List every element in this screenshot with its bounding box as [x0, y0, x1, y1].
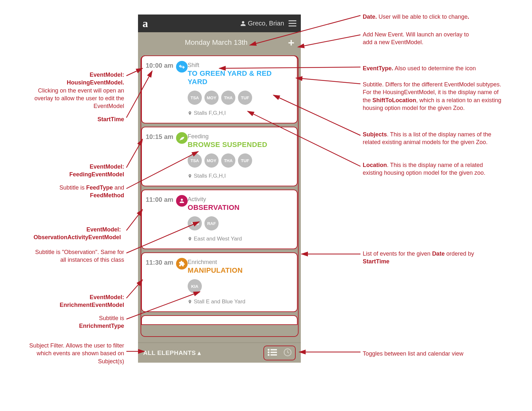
event-type-icon — [176, 132, 188, 144]
svg-point-4 — [268, 354, 270, 356]
event-card[interactable]: 11:00 am Activity OBSERVATION JABRAF Eas… — [141, 190, 298, 249]
event-list: 10:00 am Shift TO GREEN YARD & RED YARD … — [138, 53, 301, 342]
event-location: Stalls F,G,H,I — [188, 110, 292, 116]
event-card[interactable]: 11:30 am Enrichment MANIPULATION KIA Sta… — [141, 252, 298, 312]
event-location: Stalls F,G,H,I — [188, 173, 292, 179]
subject-chips: KIA — [188, 279, 292, 293]
user-icon — [240, 21, 246, 26]
subject-chip: THA — [221, 91, 235, 105]
anno-toggles: Toggles between list and calendar view — [363, 350, 463, 357]
anno-listevents: List of events for the given Date ordere… — [363, 250, 479, 266]
event-type-label: Enrichment — [188, 259, 292, 266]
svg-point-2 — [268, 351, 270, 353]
anno-subtitle: Subtitle. Differs for the different Even… — [363, 81, 505, 112]
anno-obs: EventModel:ObservationActivityEventModel — [5, 226, 121, 241]
subject-chip: TSA — [188, 91, 202, 105]
anno-subjects: Subjects. This is a list of the display … — [363, 131, 501, 146]
subject-chip: THA — [221, 153, 235, 168]
add-event-button[interactable]: + — [288, 36, 294, 49]
anno-housing: EventModel:HousingEventModel.Clicking on… — [18, 71, 124, 110]
anno-feeding: EventModel:FeedingEventModel — [39, 163, 124, 179]
event-time: 10:15 am — [146, 133, 173, 141]
subject-chip: RAF — [204, 216, 219, 230]
date-label[interactable]: Monday March 13th — [144, 38, 288, 47]
event-type-label: Feeding — [188, 133, 292, 140]
event-time: 11:00 am — [146, 196, 173, 203]
event-subtitle: MANIPULATION — [188, 266, 292, 275]
anno-obs-subtitle: Subtitle is "Observation". Same for all … — [29, 248, 124, 264]
event-subtitle: BROWSE SUSPENDED — [188, 141, 292, 149]
svg-rect-3 — [271, 352, 277, 353]
menu-icon[interactable] — [289, 20, 296, 26]
subject-chips: TSAMOYTHATUF — [188, 153, 292, 168]
anno-starttime: StartTime — [55, 115, 124, 123]
event-type-label: Activity — [188, 196, 292, 203]
event-subtitle: TO GREEN YARD & RED YARD — [188, 69, 292, 86]
event-subtitle: OBSERVATION — [188, 203, 292, 212]
subject-chips: TSAMOYTHATUF — [188, 91, 292, 105]
user-display[interactable]: Greco, Brian — [240, 20, 284, 27]
event-card-partial[interactable] — [141, 315, 298, 325]
app-logo: a — [143, 17, 148, 30]
anno-eventtype: EventType. Also used to determine the ic… — [363, 64, 476, 72]
svg-rect-1 — [271, 349, 277, 350]
bottom-bar: ALL ELEPHANTS ▴ — [138, 342, 301, 363]
date-bar: Monday March 13th + — [138, 32, 301, 53]
user-name: Greco, Brian — [248, 20, 284, 27]
event-card[interactable]: 10:00 am Shift TO GREEN YARD & RED YARD … — [141, 55, 298, 123]
event-type-icon — [176, 61, 188, 73]
subject-chip: MOY — [204, 91, 219, 105]
calendar-view-button[interactable] — [283, 348, 292, 358]
subject-chip: TUF — [238, 91, 252, 105]
event-type-icon — [176, 195, 188, 207]
event-type-label: Shift — [188, 62, 292, 69]
anno-enrich: EventModel:EnrichmentEventModel — [34, 293, 124, 309]
anno-location: Location. This is the display name of a … — [363, 161, 495, 177]
anno-feeding-subtitle: Subtitle is FeedType and FeedMethod — [32, 184, 124, 200]
anno-add-event: Add New Event. Will launch an overlay to… — [363, 31, 479, 46]
event-location: Stall E and Blue Yard — [188, 298, 292, 305]
subject-chip: JAB — [188, 216, 202, 230]
caret-up-icon: ▴ — [198, 349, 201, 356]
event-location: East and West Yard — [188, 236, 292, 242]
event-card[interactable]: 10:15 am Feeding BROWSE SUSPENDED TSAMOY… — [141, 127, 298, 186]
subject-filter[interactable]: ALL ELEPHANTS ▴ — [143, 349, 201, 357]
subject-chip: TSA — [188, 153, 202, 168]
svg-rect-5 — [271, 354, 277, 356]
subject-chip: TUF — [238, 153, 252, 168]
event-time: 10:00 am — [146, 62, 173, 69]
anno-date: Date. User will be able to click to chan… — [363, 13, 469, 21]
list-view-button[interactable] — [267, 348, 278, 357]
subject-chips: JABRAF — [188, 216, 292, 230]
subject-chip: KIA — [188, 279, 202, 293]
app-header: a Greco, Brian — [138, 15, 301, 32]
anno-enrich-subtitle: Subtitle is EnrichmentType — [63, 314, 124, 330]
svg-point-0 — [268, 349, 270, 351]
view-toggle — [263, 346, 296, 360]
event-time: 11:30 am — [146, 259, 173, 266]
anno-subject-filter: Subject Filter. Allows the user to filte… — [18, 342, 124, 365]
event-type-icon — [176, 258, 188, 269]
phone-mockup: a Greco, Brian Monday March 13th + 10:00… — [138, 15, 301, 363]
subject-chip: MOY — [204, 153, 219, 168]
